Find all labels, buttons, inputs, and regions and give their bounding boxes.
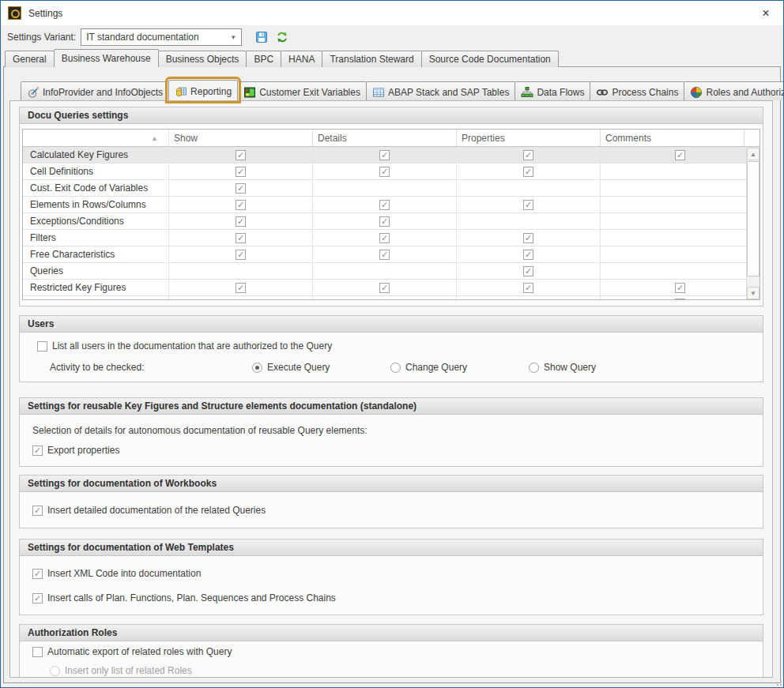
table-row-cust-exit-code-of-variables[interactable]: Cust. Exit Code of Variables: [23, 180, 760, 197]
cell-checkbox[interactable]: [379, 250, 390, 260]
vertical-scrollbar[interactable]: ▲ ▼: [746, 148, 760, 299]
table-cell-details[interactable]: [313, 164, 457, 179]
table-row-elements-in-rows-columns[interactable]: Elements in Rows/Columns: [23, 197, 760, 213]
cell-checkbox[interactable]: [523, 250, 533, 260]
table-cell-properties[interactable]: [457, 246, 601, 262]
cell-checkbox[interactable]: [236, 283, 246, 293]
auto-export-roles-checkbox[interactable]: [32, 647, 43, 657]
cell-checkbox[interactable]: [523, 233, 533, 243]
table-cell-comments[interactable]: [601, 280, 760, 295]
tab-source-code-documentation[interactable]: Source Code Documentation: [421, 51, 559, 67]
cell-checkbox[interactable]: [379, 233, 390, 243]
table-cell-properties[interactable]: [457, 230, 601, 246]
cell-checkbox[interactable]: [236, 233, 246, 243]
cell-checkbox[interactable]: [236, 167, 246, 177]
chevron-down-icon: ▼: [230, 34, 236, 41]
column-header-elements[interactable]: ▲: [23, 130, 169, 146]
cell-checkbox[interactable]: [523, 150, 533, 160]
cell-checkbox[interactable]: [236, 250, 246, 260]
table-cell-show[interactable]: [169, 246, 313, 262]
refresh-button[interactable]: [272, 28, 292, 47]
table-cell-details[interactable]: [313, 197, 457, 212]
insert-plan-calls-checkbox[interactable]: [32, 593, 43, 603]
cell-checkbox[interactable]: [379, 200, 390, 210]
cell-checkbox[interactable]: [236, 150, 246, 160]
table-cell-show[interactable]: [169, 180, 313, 196]
subtab-process-chains[interactable]: Process Chains: [590, 81, 684, 100]
radio-execute-query[interactable]: [252, 363, 262, 373]
cell-checkbox[interactable]: [675, 299, 685, 300]
cell-checkbox[interactable]: [523, 200, 533, 210]
table-cell-comments[interactable]: [601, 147, 760, 163]
cell-checkbox[interactable]: [236, 200, 246, 210]
table-cell-show[interactable]: [169, 213, 313, 229]
table-row-calculated-key-figures[interactable]: Calculated Key Figures: [23, 147, 760, 164]
table-cell-comments[interactable]: [601, 296, 760, 300]
tab-translation-steward[interactable]: Translation Steward: [322, 51, 421, 67]
cell-checkbox[interactable]: [675, 283, 685, 293]
tab-general[interactable]: General: [5, 51, 55, 67]
subtab-reporting[interactable]: Reporting: [168, 80, 238, 100]
table-cell-properties[interactable]: [457, 263, 601, 279]
scrollbar-thumb[interactable]: [747, 161, 760, 276]
table-row-queries[interactable]: Queries: [23, 263, 760, 280]
cell-checkbox[interactable]: [379, 167, 390, 177]
column-header-details[interactable]: Details: [313, 130, 457, 146]
table-row-filters[interactable]: Filters: [23, 230, 760, 246]
table-cell-details[interactable]: [313, 230, 457, 246]
table-cell-details[interactable]: [313, 246, 457, 262]
resize-grip[interactable]: [774, 678, 782, 686]
tab-bpc[interactable]: BPC: [246, 51, 281, 67]
radio-change-query[interactable]: [390, 363, 401, 373]
table-row-cell-definitions[interactable]: Cell Definitions: [23, 164, 760, 180]
subtab-data-flows[interactable]: Data Flows: [514, 81, 590, 100]
table-row-free-characteristics[interactable]: Free Characteristics: [23, 246, 760, 263]
close-button[interactable]: ×: [756, 6, 776, 21]
subtab-abap-stack-and-sap-tables[interactable]: ABAP Stack and SAP Tables: [366, 81, 515, 100]
list-all-users-checkbox[interactable]: [37, 341, 47, 352]
table-row[interactable]: [23, 296, 760, 300]
table-cell-show[interactable]: [169, 164, 313, 179]
table-cell-details[interactable]: [313, 280, 457, 295]
cell-checkbox[interactable]: [675, 150, 685, 160]
column-header-comments[interactable]: Comments: [601, 130, 744, 146]
cell-checkbox[interactable]: [379, 283, 390, 293]
export-properties-checkbox[interactable]: [32, 446, 43, 456]
cell-checkbox[interactable]: [523, 283, 533, 293]
subtab-infoprovider-and-infoobjects[interactable]: InfoProvider and InfoObjects: [21, 81, 169, 100]
table-row-restricted-key-figures[interactable]: Restricted Key Figures: [23, 280, 760, 296]
table-row-exceptions-conditions[interactable]: Exceptions/Conditions: [23, 213, 760, 230]
main-tab-strip: GeneralBusiness WarehouseBusiness Object…: [5, 49, 558, 67]
table-header-row: ▲ShowDetailsPropertiesComments: [23, 130, 760, 147]
column-header-show[interactable]: Show: [169, 130, 313, 146]
cell-checkbox[interactable]: [236, 216, 246, 227]
table-cell-properties[interactable]: [457, 164, 601, 179]
table-cell-show[interactable]: [169, 197, 313, 212]
subtab-customer-exit-variables[interactable]: Customer Exit Variables: [237, 81, 367, 100]
table-cell-details[interactable]: [313, 213, 457, 229]
tab-business-objects[interactable]: Business Objects: [158, 51, 247, 67]
table-cell-show[interactable]: [169, 280, 313, 295]
scroll-up-button[interactable]: ▲: [747, 148, 760, 160]
scroll-down-button[interactable]: ▼: [747, 287, 760, 299]
radio-show-query[interactable]: [529, 363, 539, 373]
cell-checkbox[interactable]: [523, 266, 533, 276]
table-cell-properties[interactable]: [457, 280, 601, 295]
insert-xml-checkbox[interactable]: [32, 569, 43, 579]
cell-checkbox[interactable]: [379, 216, 390, 227]
column-header-properties[interactable]: Properties: [457, 130, 601, 146]
settings-variant-combobox[interactable]: IT standard documentation ▼: [81, 28, 242, 46]
cell-checkbox[interactable]: [523, 167, 533, 177]
table-cell-details[interactable]: [313, 147, 457, 163]
insert-queries-doc-checkbox[interactable]: [32, 506, 43, 516]
subtab-roles-and-authorizations[interactable]: Roles and Authorizations: [684, 81, 784, 100]
table-cell-show[interactable]: [169, 230, 313, 246]
table-cell-properties[interactable]: [457, 197, 601, 212]
tab-hana[interactable]: HANA: [281, 51, 322, 67]
table-cell-properties[interactable]: [457, 147, 601, 163]
cell-checkbox[interactable]: [236, 183, 246, 194]
table-cell-show[interactable]: [169, 147, 313, 163]
cell-checkbox[interactable]: [379, 150, 390, 160]
tab-business-warehouse[interactable]: Business Warehouse: [54, 49, 159, 67]
save-button[interactable]: [251, 28, 272, 47]
